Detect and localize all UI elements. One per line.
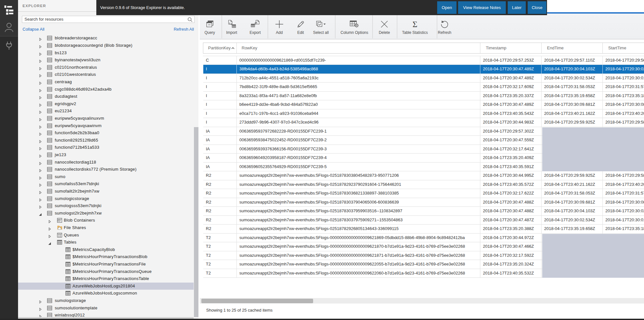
svg-text:Σ: Σ [412, 20, 417, 29]
